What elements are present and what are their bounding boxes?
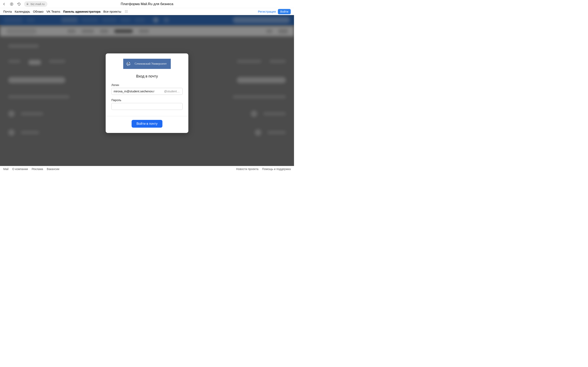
footer-link-mail[interactable]: Mail [3,167,9,171]
nav-right: Регистрация Войти [258,9,291,14]
university-logo: Сеченовский Университет [123,59,171,69]
main-area: Сеченовский Университет Вход в почту Лог… [0,15,294,166]
reload-icon[interactable] [17,2,21,6]
footer: Mail О компании Реклама Вакансии Новости… [0,166,294,172]
apps-grid-icon[interactable] [125,10,128,13]
login-input-row: @student.s… [112,88,183,95]
password-field-group: Пароль [112,99,183,110]
back-icon[interactable] [2,2,6,6]
product-nav-links: Почта Календарь Облако VK Teams Панель а… [3,10,128,13]
url-bar[interactable]: biz.mail.ru [24,1,47,7]
page-title: Платформа Mail.Ru для бизнеса [121,2,173,6]
url-text: biz.mail.ru [31,2,44,6]
browser-toolbar: biz.mail.ru Платформа Mail.Ru для бизнес… [0,0,294,8]
login-field-group: Логин @student.s… [112,83,183,95]
modal-title: Вход в почту [112,74,183,78]
university-logo-icon [125,60,133,67]
password-input[interactable] [112,103,183,110]
register-link[interactable]: Регистрация [258,10,276,13]
submit-button[interactable]: Войти в почту [131,120,162,128]
nav-link-allprojects[interactable]: Все проекты [103,10,121,13]
nav-link-admin[interactable]: Панель администратора [63,10,100,13]
login-domain-suffix: @student.s… [164,90,182,93]
footer-left: Mail О компании Реклама Вакансии [3,167,60,171]
nav-link-cloud[interactable]: Облако [33,10,43,13]
lock-icon [26,2,29,6]
footer-link-about[interactable]: О компании [12,167,28,171]
product-nav: Почта Календарь Облако VK Teams Панель а… [0,8,294,15]
nav-link-mail[interactable]: Почта [3,10,12,13]
login-input[interactable] [112,88,164,95]
modal-action-row: Войти в почту [106,116,189,133]
login-button[interactable]: Войти [278,9,291,14]
nav-link-calendar[interactable]: Календарь [15,10,30,13]
university-name: Сеченовский Университет [135,62,167,66]
footer-link-ads[interactable]: Реклама [32,167,43,171]
yandex-icon[interactable] [10,2,13,6]
footer-link-help[interactable]: Помощь и поддержка [262,167,291,171]
browser-nav-icons [2,2,21,6]
footer-link-news[interactable]: Новости проекта [236,167,258,171]
nav-link-vkteams[interactable]: VK Teams [46,10,60,13]
login-modal: Сеченовский Университет Вход в почту Лог… [106,53,189,133]
footer-link-jobs[interactable]: Вакансии [47,167,60,171]
password-label: Пароль [112,99,183,102]
login-label: Логин [112,83,183,87]
footer-right: Новости проекта Помощь и поддержка [236,167,291,171]
